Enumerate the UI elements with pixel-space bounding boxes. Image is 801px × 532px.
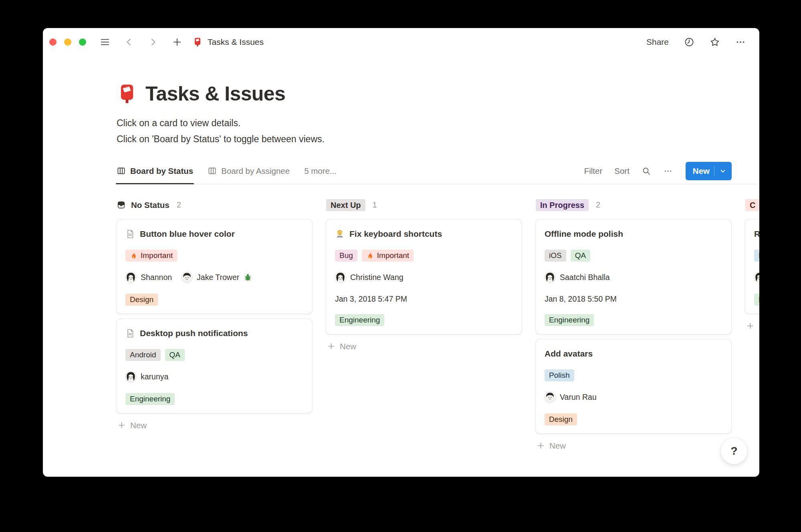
card-tags: BugImportant <box>335 250 513 262</box>
card-date: Jan 3, 2018 5:47 PM <box>335 294 513 304</box>
column-new-button[interactable]: New <box>326 339 522 354</box>
beetle-icon <box>244 273 252 282</box>
tag-engineering: Engineering <box>545 314 594 326</box>
card-tags: Polish <box>545 369 722 381</box>
flame-icon <box>130 252 137 259</box>
tag-text: QA <box>169 351 180 359</box>
column-header-in-progress[interactable]: In Progress2 <box>536 199 731 212</box>
column-new-button[interactable]: New <box>745 319 759 333</box>
tag-text: Engineering <box>339 316 380 324</box>
card-department: Engineering <box>545 314 722 326</box>
search-icon[interactable] <box>642 166 651 176</box>
page-content: Tasks & Issues Click on a card to view d… <box>43 83 759 453</box>
new-label: New <box>549 441 566 451</box>
filter-button[interactable]: Filter <box>584 166 603 176</box>
assignee-jake-trower: Jake Trower <box>182 272 252 283</box>
card-fix-keyboard-shortcuts[interactable]: Fix keyboard shortcutsBugImportantChrist… <box>326 220 522 334</box>
tag-p: P <box>754 250 759 262</box>
avatar <box>754 272 759 283</box>
new-label: New <box>759 321 759 331</box>
chevron-down-icon <box>719 167 727 175</box>
inbox-icon <box>117 200 126 210</box>
sort-button[interactable]: Sort <box>614 166 630 176</box>
new-button-divider <box>714 166 714 176</box>
assignee-item <box>754 272 759 283</box>
new-label: New <box>340 342 356 351</box>
tag-ios: iOS <box>545 250 566 262</box>
more-views-link[interactable]: 5 more... <box>304 166 337 176</box>
tag-text: Important <box>377 252 409 259</box>
minimize-window-button[interactable] <box>64 38 71 46</box>
zoom-window-button[interactable] <box>79 38 86 46</box>
card-assignees: Varun Rau <box>545 391 722 403</box>
tab-board-by-assignee[interactable]: Board by Assignee <box>208 158 290 184</box>
share-button[interactable]: Share <box>646 37 669 47</box>
column-title: C <box>745 199 759 211</box>
tag-text: E <box>759 296 759 303</box>
view-actions: Filter Sort New <box>584 162 732 180</box>
new-button[interactable]: New <box>686 162 732 180</box>
card-desktop-push-notifications[interactable]: Desktop push notificationsAndroidQAkarun… <box>117 319 312 413</box>
forward-icon[interactable] <box>148 37 158 47</box>
card-tags: AndroidQA <box>125 349 303 361</box>
column-header-next-up[interactable]: Next Up1 <box>326 199 522 212</box>
card-title-text: Offline mode polish <box>545 228 623 240</box>
column-title: No Status <box>131 200 169 210</box>
assignee-name: Christine Wang <box>350 273 404 282</box>
traffic-lights <box>49 38 86 46</box>
column-new-button[interactable]: New <box>117 418 312 433</box>
tag-important: Important <box>125 250 177 262</box>
titlebar-nav <box>100 37 182 47</box>
card-title-text: Desktop push notifications <box>140 328 248 339</box>
view-options-icon[interactable] <box>663 166 673 176</box>
description-line: Click on 'Board by Status' to toggle bet… <box>117 131 759 147</box>
assignee-saatchi-bhalla: Saatchi Bhalla <box>545 272 610 283</box>
tag-text: Design <box>549 415 573 423</box>
assignee-varun-rau: Varun Rau <box>545 392 597 403</box>
new-tab-icon[interactable] <box>172 37 182 47</box>
help-button[interactable]: ? <box>721 438 747 464</box>
avatar <box>125 272 136 283</box>
column-header-c[interactable]: C <box>745 199 759 212</box>
tag-text: P <box>759 252 759 259</box>
card-offline-mode-polish[interactable]: Offline mode polishiOSQASaatchi BhallaJa… <box>536 220 731 334</box>
avatar <box>545 272 555 283</box>
page-postbox-icon[interactable] <box>117 83 137 104</box>
tab-label: Board by Status <box>130 166 193 176</box>
notion-window: Tasks & Issues Share Tasks & Issues Clic… <box>43 28 759 477</box>
favorite-star-icon[interactable] <box>710 37 720 47</box>
card-title: R <box>754 228 759 240</box>
column-title: In Progress <box>536 199 589 211</box>
card-r[interactable]: RPE <box>745 220 759 314</box>
page-title[interactable]: Tasks & Issues <box>145 83 285 105</box>
close-window-button[interactable] <box>49 38 56 46</box>
card-title-text: Button blue hover color <box>140 228 235 240</box>
board-column-c: CRPENew <box>745 199 759 333</box>
new-button-label: New <box>693 166 710 176</box>
tab-label: Board by Assignee <box>221 166 290 176</box>
tag-text: Important <box>141 252 173 259</box>
tag-design: Design <box>125 294 158 306</box>
page-icon <box>125 229 135 239</box>
tab-board-by-status[interactable]: Board by Status <box>117 158 193 184</box>
tag-text: iOS <box>549 252 562 259</box>
tag-text: Polish <box>549 371 570 379</box>
card-button-blue-hover-color[interactable]: Button blue hover colorImportantShannonJ… <box>117 220 312 314</box>
board: No Status2Button blue hover colorImporta… <box>117 199 759 453</box>
card-add-avatars[interactable]: Add avatarsPolishVarun RauDesign <box>536 339 731 433</box>
titlebar-actions: Share <box>646 37 746 47</box>
history-clock-icon[interactable] <box>684 37 694 47</box>
back-icon[interactable] <box>124 37 134 47</box>
sidebar-menu-icon[interactable] <box>100 37 110 47</box>
tag-text: Engineering <box>549 316 589 324</box>
tag-qa: QA <box>165 349 185 361</box>
tag-text: Bug <box>339 252 353 259</box>
card-assignees: karunya <box>125 371 303 383</box>
plus-icon <box>117 421 126 429</box>
board-column-in-progress: In Progress2Offline mode polishiOSQASaat… <box>536 199 731 453</box>
card-assignees: ShannonJake Trower <box>125 272 303 284</box>
column-new-button[interactable]: New <box>536 439 731 453</box>
more-options-icon[interactable] <box>735 37 746 47</box>
column-header-no-status[interactable]: No Status2 <box>117 199 312 212</box>
breadcrumb[interactable]: Tasks & Issues <box>193 37 264 47</box>
